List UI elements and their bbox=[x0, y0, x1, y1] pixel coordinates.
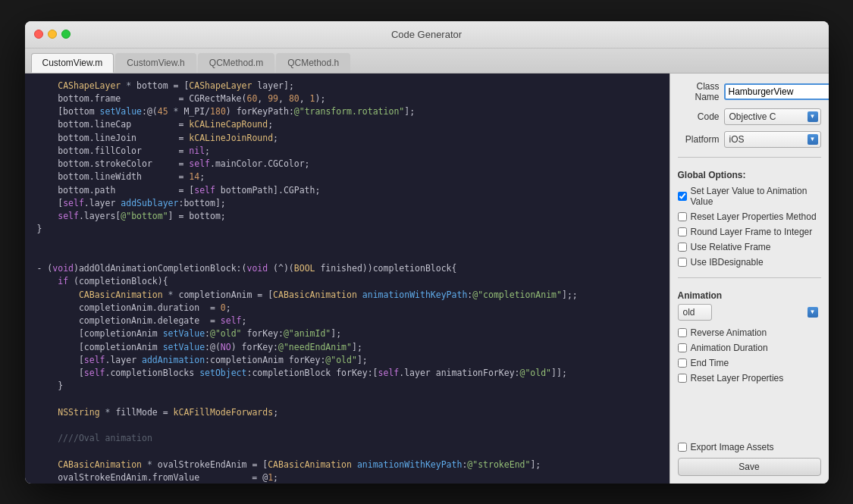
code-line: bottom.strokeColor = self.mainColor.CGCo… bbox=[25, 158, 670, 171]
code-line: bottom.fillColor = nil; bbox=[25, 145, 670, 158]
animation-title: Animation bbox=[678, 290, 821, 301]
global-checkboxes: Set Layer Value to Animation Value Reset… bbox=[678, 185, 821, 268]
code-line: bottom.path = [self bottomPath].CGPath; bbox=[25, 184, 670, 197]
titlebar: Code Generator bbox=[25, 21, 829, 49]
minimize-button[interactable] bbox=[48, 30, 57, 39]
save-button[interactable]: Save bbox=[678, 458, 821, 476]
code-select-wrapper: Objective C bbox=[724, 108, 821, 125]
code-line: ////Oval animation bbox=[25, 432, 670, 445]
checkbox-round-frame-input[interactable] bbox=[678, 227, 687, 236]
class-name-row: Class Name bbox=[678, 81, 821, 102]
content-area: CAShapeLayer * bottom = [CAShapeLayer la… bbox=[25, 74, 829, 484]
code-line: - (void)addOldAnimationCompletionBlock:(… bbox=[25, 262, 670, 275]
tab-qcmethod-h[interactable]: QCMethod.h bbox=[276, 53, 350, 73]
checkbox-relative-frame-input[interactable] bbox=[678, 243, 687, 252]
checkbox-set-layer-label: Set Layer Value to Animation Value bbox=[691, 186, 821, 207]
code-line: bottom.lineJoin = kCALineJoinRound; bbox=[25, 132, 670, 145]
checkbox-reverse-anim-label: Reverse Animation bbox=[691, 327, 767, 338]
global-options-section: Global Options: Set Layer Value to Anima… bbox=[678, 167, 821, 268]
code-line: CABasicAnimation * completionAnim = [CAB… bbox=[25, 289, 670, 302]
class-name-label: Class Name bbox=[678, 81, 720, 102]
divider-2 bbox=[678, 277, 821, 278]
code-line: if (completionBlock){ bbox=[25, 275, 670, 288]
code-line: bottom.frame = CGRectMake(60, 99, 80, 1)… bbox=[25, 92, 670, 105]
code-line: [completionAnim setValue:@(NO) forKey:@"… bbox=[25, 341, 670, 354]
code-line: [self.completionBlocks setObject:complet… bbox=[25, 367, 670, 380]
platform-select[interactable]: iOS bbox=[724, 131, 821, 148]
code-line: [bottom setValue:@(45 * M_PI/180) forKey… bbox=[25, 105, 670, 118]
code-line: completionAnim.delegate = self; bbox=[25, 315, 670, 327]
checkbox-reset-layer-props: Reset Layer Properties bbox=[678, 372, 821, 384]
code-line: bottom.lineCap = kCALineCapRound; bbox=[25, 118, 670, 131]
sidebar: Class Name Code Objective C Platform bbox=[670, 74, 829, 484]
code-line: [completionAnim setValue:@"old" forKey:@… bbox=[25, 327, 670, 340]
code-line bbox=[25, 446, 670, 459]
checkbox-anim-duration: Animation Duration bbox=[678, 342, 821, 354]
global-options-title: Global Options: bbox=[678, 170, 821, 180]
export-image-row: Export Image Assets bbox=[678, 441, 821, 453]
animation-select-row: old bbox=[678, 304, 821, 321]
export-image-checkbox[interactable] bbox=[678, 443, 687, 452]
code-panel[interactable]: CAShapeLayer * bottom = [CAShapeLayer la… bbox=[25, 74, 670, 484]
checkbox-ibdesignable-input[interactable] bbox=[678, 258, 687, 267]
checkbox-relative-frame-label: Use Relative Frame bbox=[691, 242, 771, 252]
class-name-input[interactable] bbox=[724, 83, 829, 100]
checkbox-anim-duration-label: Animation Duration bbox=[691, 343, 768, 353]
tab-customview-h[interactable]: CustomView.h bbox=[115, 53, 196, 73]
close-button[interactable] bbox=[34, 30, 43, 39]
code-line: } bbox=[25, 223, 670, 236]
export-image-label: Export Image Assets bbox=[691, 442, 774, 452]
code-row: Code Objective C bbox=[678, 108, 821, 125]
code-line: ovalStrokeEndAnim.fromValue = @1; bbox=[25, 471, 670, 484]
window-title: Code Generator bbox=[391, 29, 462, 40]
footer-area: Export Image Assets Save bbox=[678, 441, 821, 476]
traffic-lights bbox=[34, 30, 71, 39]
checkbox-relative-frame: Use Relative Frame bbox=[678, 241, 821, 253]
platform-select-wrapper: iOS bbox=[724, 131, 821, 148]
checkbox-end-time-label: End Time bbox=[691, 358, 729, 368]
code-line bbox=[25, 419, 670, 432]
checkbox-reset-layer-props-input[interactable] bbox=[678, 374, 687, 383]
platform-label: Platform bbox=[678, 134, 720, 145]
code-label: Code bbox=[678, 111, 720, 122]
animation-select-wrapper: old bbox=[678, 304, 821, 321]
checkbox-set-layer-input[interactable] bbox=[678, 192, 687, 201]
code-line: completionAnim.duration = 0; bbox=[25, 302, 670, 315]
checkbox-set-layer: Set Layer Value to Animation Value bbox=[678, 185, 821, 208]
tab-customview-m[interactable]: CustomView.m bbox=[31, 53, 114, 73]
code-line bbox=[25, 249, 670, 262]
maximize-button[interactable] bbox=[61, 30, 71, 39]
code-line: CAShapeLayer * bottom = [CAShapeLayer la… bbox=[25, 80, 670, 92]
checkbox-end-time: End Time bbox=[678, 357, 821, 369]
animation-select-arrow bbox=[808, 307, 818, 318]
checkbox-anim-duration-input[interactable] bbox=[678, 343, 687, 352]
divider-1 bbox=[678, 157, 821, 158]
checkbox-reset-layer-props-label: Reset Layer Properties bbox=[691, 373, 784, 383]
code-line: self.layers[@"bottom"] = bottom; bbox=[25, 210, 670, 223]
checkbox-reset-layer: Reset Layer Properties Method bbox=[678, 211, 821, 223]
animation-select[interactable]: old bbox=[678, 304, 712, 321]
animation-section: Animation old Reverse Animation bbox=[678, 287, 821, 384]
checkbox-reverse-anim: Reverse Animation bbox=[678, 327, 821, 339]
code-select[interactable]: Objective C bbox=[724, 108, 821, 125]
code-line bbox=[25, 236, 670, 249]
checkbox-round-frame-label: Round Layer Frame to Integer bbox=[691, 227, 813, 237]
spacer bbox=[678, 390, 821, 435]
code-line: bottom.lineWidth = 14; bbox=[25, 171, 670, 183]
animation-checkboxes: Reverse Animation Animation Duration End… bbox=[678, 327, 821, 384]
main-window: Code Generator CustomView.m CustomView.h… bbox=[25, 21, 829, 484]
checkbox-ibdesignable: Use IBDesignable bbox=[678, 256, 821, 268]
platform-row: Platform iOS bbox=[678, 131, 821, 148]
tabs-bar: CustomView.m CustomView.h QCMethod.m QCM… bbox=[25, 49, 829, 74]
checkbox-reset-layer-input[interactable] bbox=[678, 212, 687, 221]
checkbox-end-time-input[interactable] bbox=[678, 358, 687, 368]
code-line bbox=[25, 393, 670, 406]
code-line: } bbox=[25, 380, 670, 393]
code-line: [self.layer addSublayer:bottom]; bbox=[25, 197, 670, 210]
code-line: NSString * fillMode = kCAFillModeForward… bbox=[25, 406, 670, 419]
checkbox-reset-layer-label: Reset Layer Properties Method bbox=[691, 211, 817, 222]
code-line: [self.layer addAnimation:completionAnim … bbox=[25, 354, 670, 367]
tab-qcmethod-m[interactable]: QCMethod.m bbox=[198, 53, 274, 73]
checkbox-reverse-anim-input[interactable] bbox=[678, 328, 687, 337]
checkbox-ibdesignable-label: Use IBDesignable bbox=[691, 257, 764, 268]
